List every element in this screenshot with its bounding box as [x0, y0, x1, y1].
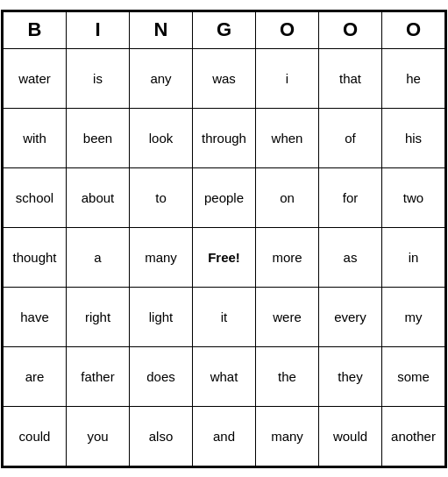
cell-4-1: right — [67, 287, 130, 346]
cell-3-2: many — [130, 227, 193, 287]
cell-1-5: of — [319, 108, 382, 167]
bingo-card: BINGOOO waterisanywasithathewithbeenlook… — [1, 10, 447, 468]
cell-5-4: the — [256, 346, 319, 406]
cell-1-6: his — [382, 108, 445, 167]
table-row: schoolabouttopeopleonfortwo — [4, 167, 445, 227]
cell-6-6: another — [382, 406, 445, 466]
cell-5-3: what — [193, 346, 256, 406]
cell-6-5: would — [319, 406, 382, 466]
cell-2-5: for — [319, 167, 382, 227]
cell-3-5: as — [319, 227, 382, 287]
cell-0-6: he — [382, 48, 445, 108]
bingo-table: BINGOOO waterisanywasithathewithbeenlook… — [3, 11, 445, 466]
cell-0-2: any — [130, 48, 193, 108]
cell-0-5: that — [319, 48, 382, 108]
cell-1-0: with — [4, 108, 67, 167]
header-cell-i-1: I — [67, 11, 130, 48]
cell-6-2: also — [130, 406, 193, 466]
header-cell-g-3: G — [193, 11, 256, 48]
cell-5-1: father — [67, 346, 130, 406]
cell-3-3: Free! — [193, 227, 256, 287]
cell-2-1: about — [67, 167, 130, 227]
cell-1-1: been — [67, 108, 130, 167]
cell-5-6: some — [382, 346, 445, 406]
cell-2-2: to — [130, 167, 193, 227]
cell-4-4: were — [256, 287, 319, 346]
cell-4-0: have — [4, 287, 67, 346]
cell-2-4: on — [256, 167, 319, 227]
header-cell-n-2: N — [130, 11, 193, 48]
header-cell-o-6: O — [382, 11, 445, 48]
cell-5-2: does — [130, 346, 193, 406]
header-cell-o-5: O — [319, 11, 382, 48]
cell-4-2: light — [130, 287, 193, 346]
header-row: BINGOOO — [4, 11, 445, 48]
cell-5-5: they — [319, 346, 382, 406]
cell-4-5: every — [319, 287, 382, 346]
cell-0-1: is — [67, 48, 130, 108]
table-row: waterisanywasithathe — [4, 48, 445, 108]
cell-2-3: people — [193, 167, 256, 227]
cell-4-6: my — [382, 287, 445, 346]
cell-1-3: through — [193, 108, 256, 167]
cell-6-3: and — [193, 406, 256, 466]
cell-2-0: school — [4, 167, 67, 227]
cell-6-1: you — [67, 406, 130, 466]
header-cell-o-4: O — [256, 11, 319, 48]
cell-3-0: thought — [4, 227, 67, 287]
cell-0-4: i — [256, 48, 319, 108]
cell-4-3: it — [193, 287, 256, 346]
table-row: arefatherdoeswhatthetheysome — [4, 346, 445, 406]
cell-1-2: look — [130, 108, 193, 167]
cell-1-4: when — [256, 108, 319, 167]
table-row: thoughtamanyFree!moreasin — [4, 227, 445, 287]
cell-2-6: two — [382, 167, 445, 227]
header-cell-b-0: B — [4, 11, 67, 48]
cell-0-3: was — [193, 48, 256, 108]
cell-6-0: could — [4, 406, 67, 466]
table-row: couldyoualsoandmanywouldanother — [4, 406, 445, 466]
cell-3-4: more — [256, 227, 319, 287]
table-row: haverightlightitwereeverymy — [4, 287, 445, 346]
table-row: withbeenlookthroughwhenofhis — [4, 108, 445, 167]
cell-3-6: in — [382, 227, 445, 287]
cell-6-4: many — [256, 406, 319, 466]
cell-5-0: are — [4, 346, 67, 406]
cell-0-0: water — [4, 48, 67, 108]
cell-3-1: a — [67, 227, 130, 287]
